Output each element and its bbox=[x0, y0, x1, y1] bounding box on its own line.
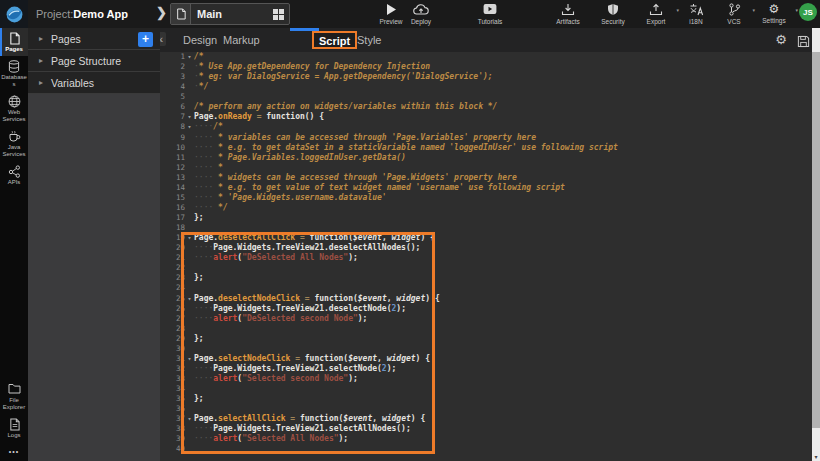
tab-script[interactable]: Script bbox=[312, 31, 357, 49]
add-page-button[interactable]: + bbox=[138, 32, 153, 47]
panel-section-page-structure[interactable]: ▸ Page Structure bbox=[28, 50, 160, 72]
code-line[interactable]: 31▾Page.selectNodeClick = function($even… bbox=[160, 354, 812, 364]
code-line[interactable]: 38····Page.Widgets.TreeView21.selectAllN… bbox=[160, 424, 812, 434]
line-number: 27 bbox=[160, 314, 185, 324]
code-line[interactable]: 36 bbox=[160, 404, 812, 414]
fold-gutter bbox=[185, 394, 194, 404]
fold-arrow-icon[interactable]: ▾ bbox=[185, 354, 194, 364]
code-line[interactable]: 35}; bbox=[160, 394, 812, 404]
chevron-right-icon[interactable]: ❯ bbox=[156, 5, 167, 20]
rail-item-java-services[interactable]: Java Services bbox=[0, 126, 28, 161]
fold-arrow-icon[interactable]: ▾ bbox=[185, 52, 194, 62]
rail-item-file-explorer[interactable]: File Explorer bbox=[0, 379, 28, 414]
fold-arrow-icon[interactable]: ▾ bbox=[185, 233, 194, 243]
app-logo[interactable] bbox=[0, 0, 28, 28]
code-line[interactable]: 32····Page.Widgets.TreeView21.selectNode… bbox=[160, 364, 812, 374]
line-number: 14 bbox=[160, 183, 185, 193]
rail-item-web-services[interactable]: Web Services bbox=[0, 91, 28, 126]
code-line[interactable]: 3·* eg: var DialogService = App.getDepen… bbox=[160, 72, 812, 82]
code-text: /* bbox=[194, 52, 812, 62]
code-line[interactable]: 28 bbox=[160, 324, 812, 334]
vcs-button[interactable]: VCS ▾ bbox=[719, 2, 749, 25]
rail-bottom-group: File Explorer Logs ••• bbox=[0, 379, 28, 455]
tab-style[interactable]: Style bbox=[357, 28, 381, 52]
code-line[interactable]: 40 bbox=[160, 444, 812, 454]
line-number: 21 bbox=[160, 253, 185, 263]
code-text: }; bbox=[194, 213, 812, 223]
artifacts-button[interactable]: Artifacts bbox=[549, 2, 587, 25]
code-line[interactable]: 11···· * Page.Variables.loggedInUser.get… bbox=[160, 153, 812, 163]
deploy-button[interactable]: Deploy bbox=[402, 2, 440, 25]
code-line[interactable]: 13···· * widgets can be accessed through… bbox=[160, 173, 812, 183]
security-button[interactable]: Security bbox=[594, 2, 632, 25]
action-label: Tutorials bbox=[468, 18, 512, 25]
script-settings-gear-icon[interactable]: ⚙ bbox=[775, 31, 787, 49]
i18n-button[interactable]: i18N bbox=[680, 2, 712, 25]
code-line[interactable]: 4·*/ bbox=[160, 82, 812, 92]
code-line[interactable]: 29}; bbox=[160, 334, 812, 344]
code-line[interactable]: 27····alert("DeSelected second Node"); bbox=[160, 314, 812, 324]
code-line[interactable]: 17}; bbox=[160, 213, 812, 223]
code-line[interactable]: 8▾····/* bbox=[160, 122, 812, 132]
code-line[interactable]: 37▾Page.selectAllClick = function($event… bbox=[160, 414, 812, 424]
script-editor[interactable]: 1▾/*2·* Use App.getDependency for Depend… bbox=[160, 52, 812, 461]
code-line[interactable]: 30 bbox=[160, 344, 812, 354]
code-line[interactable]: 24 bbox=[160, 283, 812, 293]
fold-arrow-icon[interactable]: ▾ bbox=[185, 414, 194, 424]
code-line[interactable]: 14···· * e.g. to get value of text widge… bbox=[160, 183, 812, 193]
rail-item-logs[interactable]: Logs bbox=[0, 414, 28, 442]
code-line[interactable]: 33····alert("Selected second Node"); bbox=[160, 374, 812, 384]
vertical-scrollbar[interactable]: ▾ bbox=[812, 28, 820, 461]
more-options-button[interactable]: ••• bbox=[0, 442, 28, 455]
fold-arrow-icon[interactable]: ▾ bbox=[185, 112, 194, 122]
code-line[interactable]: 19▾Page.deselectAllClick = function($eve… bbox=[160, 233, 812, 243]
tab-design[interactable]: Design bbox=[183, 28, 217, 52]
code-line[interactable]: 2·* Use App.getDependency for Dependency… bbox=[160, 62, 812, 72]
pages-panel: ▸ Pages + ▸ Page Structure ▸ Variables bbox=[28, 28, 160, 461]
line-number: 28 bbox=[160, 324, 185, 334]
export-button[interactable]: Export ▾ bbox=[639, 2, 673, 25]
code-line[interactable]: 39····alert("Selected All Nodes"); bbox=[160, 434, 812, 444]
page-selector[interactable]: Main bbox=[170, 3, 290, 25]
code-line[interactable]: 23}; bbox=[160, 273, 812, 283]
fold-gutter bbox=[185, 273, 194, 283]
line-number: 18 bbox=[160, 223, 185, 233]
rail-item-databases[interactable]: Databases bbox=[0, 56, 28, 91]
code-line[interactable]: 1▾/* bbox=[160, 52, 812, 62]
save-icon[interactable] bbox=[797, 32, 810, 48]
settings-button[interactable]: ⚙ Settings ▾ bbox=[756, 2, 792, 24]
action-label: VCS bbox=[719, 18, 749, 25]
scrollbar-thumb[interactable] bbox=[812, 52, 820, 428]
code-line[interactable]: 25▾Page.deselectNodeClick = function($ev… bbox=[160, 294, 812, 304]
user-avatar[interactable]: JS bbox=[799, 3, 817, 21]
code-line[interactable]: 15···· * 'Page.Widgets.username.datavalu… bbox=[160, 193, 812, 203]
code-line[interactable]: 20····Page.Widgets.TreeView21.deselectAl… bbox=[160, 243, 812, 253]
code-line[interactable]: 5 bbox=[160, 92, 812, 102]
code-line[interactable]: 16···· */ bbox=[160, 203, 812, 213]
code-line[interactable]: 26····Page.Widgets.TreeView21.deselectNo… bbox=[160, 304, 812, 314]
log-file-icon bbox=[0, 418, 28, 431]
panel-section-pages[interactable]: ▸ Pages + bbox=[28, 28, 160, 50]
fold-arrow-icon[interactable]: ▾ bbox=[185, 122, 194, 132]
code-line[interactable]: 22 bbox=[160, 263, 812, 273]
tab-markup[interactable]: Markup bbox=[223, 28, 260, 52]
code-line[interactable]: 18 bbox=[160, 223, 812, 233]
code-line[interactable]: 6/* perform any action on widgets/variab… bbox=[160, 102, 812, 112]
scrollbar-down-arrow[interactable]: ▾ bbox=[812, 453, 820, 460]
code-line[interactable]: 21····alert("DeSelected All Nodes"); bbox=[160, 253, 812, 263]
line-number: 19 bbox=[160, 233, 185, 243]
code-line[interactable]: 9···· * variables can be accessed throug… bbox=[160, 133, 812, 143]
tutorials-button[interactable]: Tutorials bbox=[468, 2, 512, 25]
database-icon bbox=[0, 60, 28, 73]
fold-arrow-icon[interactable]: ▾ bbox=[185, 294, 194, 304]
code-line[interactable]: 10···· * e.g. to get dataSet in a static… bbox=[160, 143, 812, 153]
rail-item-apis[interactable]: APIs bbox=[0, 161, 28, 189]
grid-view-icon[interactable] bbox=[267, 4, 289, 24]
rail-item-pages[interactable]: Pages bbox=[0, 28, 28, 56]
code-text bbox=[194, 324, 812, 334]
code-line[interactable]: 34 bbox=[160, 384, 812, 394]
panel-section-variables[interactable]: ▸ Variables bbox=[28, 72, 160, 94]
code-line[interactable]: 7▾Page.onReady = function() { bbox=[160, 112, 812, 122]
wavemaker-studio-window: Project:Demo App ❯ Main Preview Deploy T… bbox=[0, 0, 820, 461]
code-line[interactable]: 12···· * bbox=[160, 163, 812, 173]
